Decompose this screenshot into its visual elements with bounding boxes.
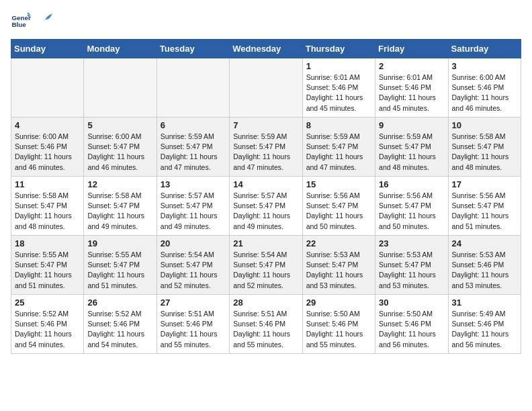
day-number: 5: [87, 120, 152, 130]
day-number: 15: [306, 179, 371, 189]
day-number: 19: [87, 238, 152, 248]
calendar-cell: 19Sunrise: 5:55 AM Sunset: 5:47 PM Dayli…: [84, 236, 157, 295]
calendar-cell: 24Sunrise: 5:53 AM Sunset: 5:46 PM Dayli…: [448, 236, 521, 295]
calendar-cell: 28Sunrise: 5:51 AM Sunset: 5:46 PM Dayli…: [230, 295, 302, 354]
logo: General Blue: [11, 11, 52, 31]
calendar-cell: 8Sunrise: 5:59 AM Sunset: 5:47 PM Daylig…: [302, 118, 375, 177]
day-info: Sunrise: 5:54 AM Sunset: 5:47 PM Dayligh…: [161, 250, 226, 291]
weekday-header-thursday: Thursday: [302, 40, 375, 58]
day-info: Sunrise: 5:55 AM Sunset: 5:47 PM Dayligh…: [87, 250, 152, 291]
day-number: 29: [306, 298, 371, 308]
day-info: Sunrise: 5:56 AM Sunset: 5:47 PM Dayligh…: [306, 191, 371, 232]
calendar-cell: 17Sunrise: 5:56 AM Sunset: 5:47 PM Dayli…: [448, 177, 521, 236]
calendar-cell: 15Sunrise: 5:56 AM Sunset: 5:47 PM Dayli…: [302, 177, 375, 236]
day-info: Sunrise: 5:57 AM Sunset: 5:47 PM Dayligh…: [233, 191, 298, 232]
day-number: 2: [379, 61, 444, 71]
day-info: Sunrise: 5:49 AM Sunset: 5:46 PM Dayligh…: [452, 309, 517, 350]
calendar-cell: 25Sunrise: 5:52 AM Sunset: 5:46 PM Dayli…: [11, 295, 84, 354]
calendar-cell: [11, 58, 84, 118]
day-number: 30: [379, 298, 444, 308]
weekday-header-saturday: Saturday: [448, 40, 521, 58]
day-info: Sunrise: 5:52 AM Sunset: 5:46 PM Dayligh…: [15, 309, 80, 350]
day-number: 10: [452, 120, 517, 130]
calendar-cell: [230, 58, 302, 118]
day-number: 17: [452, 179, 517, 189]
day-info: Sunrise: 6:01 AM Sunset: 5:46 PM Dayligh…: [306, 73, 371, 113]
day-info: Sunrise: 5:53 AM Sunset: 5:47 PM Dayligh…: [379, 250, 444, 291]
calendar-cell: 22Sunrise: 5:53 AM Sunset: 5:47 PM Dayli…: [302, 236, 375, 295]
day-info: Sunrise: 5:57 AM Sunset: 5:47 PM Dayligh…: [161, 191, 226, 232]
day-info: Sunrise: 5:51 AM Sunset: 5:46 PM Dayligh…: [161, 309, 226, 350]
calendar-cell: 12Sunrise: 5:58 AM Sunset: 5:47 PM Dayli…: [84, 177, 157, 236]
logo-bird-icon: [38, 11, 52, 26]
day-info: Sunrise: 5:50 AM Sunset: 5:46 PM Dayligh…: [306, 309, 371, 350]
calendar-cell: 29Sunrise: 5:50 AM Sunset: 5:46 PM Dayli…: [302, 295, 375, 354]
calendar-cell: 26Sunrise: 5:52 AM Sunset: 5:46 PM Dayli…: [84, 295, 157, 354]
calendar-cell: 5Sunrise: 6:00 AM Sunset: 5:47 PM Daylig…: [84, 118, 157, 177]
week-row-1: 1Sunrise: 6:01 AM Sunset: 5:46 PM Daylig…: [11, 58, 521, 118]
week-row-4: 18Sunrise: 5:55 AM Sunset: 5:47 PM Dayli…: [11, 236, 521, 295]
calendar-cell: 1Sunrise: 6:01 AM Sunset: 5:46 PM Daylig…: [302, 58, 375, 118]
day-number: 25: [15, 298, 80, 308]
day-number: 21: [233, 238, 298, 248]
day-number: 7: [233, 120, 298, 130]
day-info: Sunrise: 5:53 AM Sunset: 5:46 PM Dayligh…: [452, 250, 517, 291]
calendar-cell: 2Sunrise: 6:01 AM Sunset: 5:46 PM Daylig…: [375, 58, 448, 118]
day-number: 13: [161, 179, 226, 189]
calendar-cell: 14Sunrise: 5:57 AM Sunset: 5:47 PM Dayli…: [230, 177, 302, 236]
day-number: 1: [306, 61, 371, 71]
day-info: Sunrise: 5:58 AM Sunset: 5:47 PM Dayligh…: [452, 132, 517, 173]
day-number: 23: [379, 238, 444, 248]
calendar-cell: 7Sunrise: 5:59 AM Sunset: 5:47 PM Daylig…: [230, 118, 302, 177]
calendar-cell: 23Sunrise: 5:53 AM Sunset: 5:47 PM Dayli…: [375, 236, 448, 295]
weekday-header-row: SundayMondayTuesdayWednesdayThursdayFrid…: [11, 40, 521, 58]
calendar-cell: 27Sunrise: 5:51 AM Sunset: 5:46 PM Dayli…: [157, 295, 229, 354]
calendar-cell: 18Sunrise: 5:55 AM Sunset: 5:47 PM Dayli…: [11, 236, 84, 295]
day-number: 16: [379, 179, 444, 189]
calendar-cell: 10Sunrise: 5:58 AM Sunset: 5:47 PM Dayli…: [448, 118, 521, 177]
calendar-cell: 20Sunrise: 5:54 AM Sunset: 5:47 PM Dayli…: [157, 236, 229, 295]
day-number: 9: [379, 120, 444, 130]
day-info: Sunrise: 5:51 AM Sunset: 5:46 PM Dayligh…: [233, 309, 298, 350]
logo-icon: General Blue: [11, 11, 31, 31]
calendar-cell: [84, 58, 157, 118]
calendar-cell: 31Sunrise: 5:49 AM Sunset: 5:46 PM Dayli…: [448, 295, 521, 354]
calendar-cell: 6Sunrise: 5:59 AM Sunset: 5:47 PM Daylig…: [157, 118, 229, 177]
day-info: Sunrise: 5:58 AM Sunset: 5:47 PM Dayligh…: [15, 191, 80, 232]
calendar-cell: 9Sunrise: 5:59 AM Sunset: 5:47 PM Daylig…: [375, 118, 448, 177]
day-info: Sunrise: 5:58 AM Sunset: 5:47 PM Dayligh…: [87, 191, 152, 232]
day-number: 27: [161, 298, 226, 308]
day-info: Sunrise: 5:59 AM Sunset: 5:47 PM Dayligh…: [161, 132, 226, 173]
day-info: Sunrise: 6:01 AM Sunset: 5:46 PM Dayligh…: [379, 73, 444, 113]
calendar-cell: 16Sunrise: 5:56 AM Sunset: 5:47 PM Dayli…: [375, 177, 448, 236]
day-number: 4: [15, 120, 80, 130]
day-number: 6: [161, 120, 226, 130]
day-number: 14: [233, 179, 298, 189]
weekday-header-sunday: Sunday: [11, 40, 84, 58]
page-header: General Blue: [11, 11, 521, 31]
weekday-header-monday: Monday: [84, 40, 157, 58]
weekday-header-friday: Friday: [375, 40, 448, 58]
day-info: Sunrise: 5:56 AM Sunset: 5:47 PM Dayligh…: [379, 191, 444, 232]
calendar-cell: 3Sunrise: 6:00 AM Sunset: 5:46 PM Daylig…: [448, 58, 521, 118]
day-info: Sunrise: 6:00 AM Sunset: 5:46 PM Dayligh…: [452, 73, 517, 113]
day-info: Sunrise: 5:59 AM Sunset: 5:47 PM Dayligh…: [306, 132, 371, 173]
day-info: Sunrise: 5:53 AM Sunset: 5:47 PM Dayligh…: [306, 250, 371, 291]
calendar-cell: 21Sunrise: 5:54 AM Sunset: 5:47 PM Dayli…: [230, 236, 302, 295]
day-number: 20: [161, 238, 226, 248]
day-number: 3: [452, 61, 517, 71]
week-row-5: 25Sunrise: 5:52 AM Sunset: 5:46 PM Dayli…: [11, 295, 521, 354]
day-number: 8: [306, 120, 371, 130]
day-info: Sunrise: 5:54 AM Sunset: 5:47 PM Dayligh…: [233, 250, 298, 291]
day-info: Sunrise: 6:00 AM Sunset: 5:46 PM Dayligh…: [15, 132, 80, 173]
day-info: Sunrise: 5:52 AM Sunset: 5:46 PM Dayligh…: [87, 309, 152, 350]
calendar-table: SundayMondayTuesdayWednesdayThursdayFrid…: [11, 39, 521, 354]
week-row-2: 4Sunrise: 6:00 AM Sunset: 5:46 PM Daylig…: [11, 118, 521, 177]
day-info: Sunrise: 5:59 AM Sunset: 5:47 PM Dayligh…: [233, 132, 298, 173]
calendar-cell: 30Sunrise: 5:50 AM Sunset: 5:46 PM Dayli…: [375, 295, 448, 354]
day-info: Sunrise: 5:59 AM Sunset: 5:47 PM Dayligh…: [379, 132, 444, 173]
day-number: 31: [452, 298, 517, 308]
week-row-3: 11Sunrise: 5:58 AM Sunset: 5:47 PM Dayli…: [11, 177, 521, 236]
day-number: 28: [233, 298, 298, 308]
day-info: Sunrise: 5:50 AM Sunset: 5:46 PM Dayligh…: [379, 309, 444, 350]
